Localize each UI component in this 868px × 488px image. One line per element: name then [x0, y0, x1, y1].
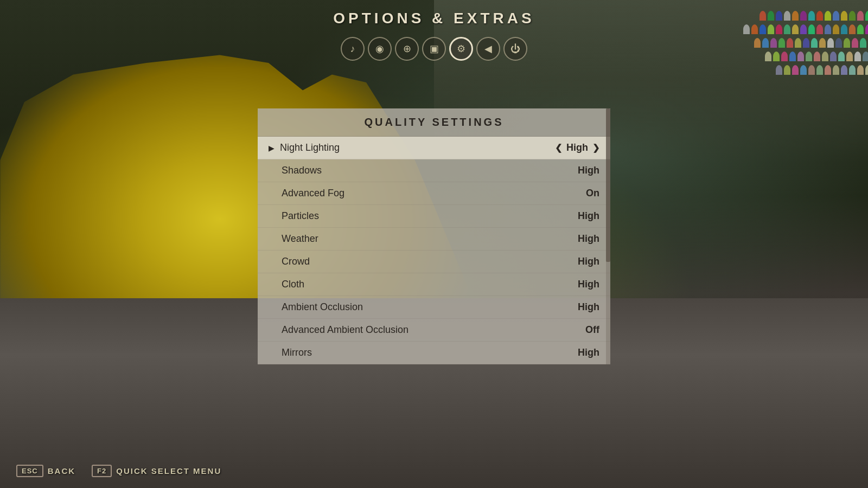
setting-name-label: Night Lighting	[280, 142, 555, 153]
value-arrow-left[interactable]: ❮	[555, 143, 562, 153]
active-indicator: ▶	[269, 144, 275, 152]
settings-list: ▶Night Lighting❮High❯ShadowsHighAdvanced…	[258, 137, 610, 364]
f2-key: F2	[92, 465, 112, 477]
setting-name-label: Advanced Fog	[282, 188, 586, 199]
setting-value-group: ❮High❯	[555, 142, 599, 153]
scrollbar[interactable]	[606, 108, 610, 364]
setting-value-group: High	[578, 233, 599, 245]
setting-value-text: High	[566, 142, 588, 153]
setting-item-ambient-occlusion[interactable]: Ambient OcclusionHigh	[258, 296, 610, 319]
quick-select-label: QUICK SELECT MENU	[116, 466, 221, 476]
setting-item-crowd[interactable]: CrowdHigh	[258, 251, 610, 273]
setting-item-cloth[interactable]: ClothHigh	[258, 273, 610, 296]
setting-name-label: Particles	[282, 210, 578, 222]
quick-select-button[interactable]: F2 QUICK SELECT MENU	[92, 465, 221, 477]
setting-name-label: Shadows	[282, 165, 578, 176]
bottom-bar: Esc BACK F2 QUICK SELECT MENU	[16, 465, 221, 477]
setting-item-advanced-ambient-occlusion[interactable]: Advanced Ambient OcclusionOff	[258, 319, 610, 342]
value-arrow-right[interactable]: ❯	[592, 143, 599, 153]
top-navigation: optIoNS & EXTRAS	[0, 0, 868, 35]
back-button[interactable]: Esc BACK	[16, 465, 75, 477]
setting-item-shadows[interactable]: ShadowsHigh	[258, 159, 610, 182]
setting-value-group: On	[586, 188, 599, 199]
back-label: BACK	[48, 466, 75, 476]
setting-value-group: Off	[585, 324, 599, 336]
setting-value-group: High	[578, 210, 599, 222]
page-title: optIoNS & EXTRAS	[333, 10, 534, 27]
setting-value-text: High	[578, 279, 599, 290]
setting-value-group: High	[578, 165, 599, 176]
esc-key: Esc	[16, 465, 43, 477]
setting-value-text: High	[578, 301, 599, 313]
setting-name-label: Weather	[282, 233, 578, 245]
setting-value-group: High	[578, 279, 599, 290]
panel-title: QUALITY SETTINGS	[258, 108, 610, 137]
setting-value-text: High	[578, 256, 599, 267]
setting-value-text: High	[578, 210, 599, 222]
setting-item-night-lighting[interactable]: ▶Night Lighting❮High❯	[258, 137, 610, 159]
setting-item-mirrors[interactable]: MirrorsHigh	[258, 342, 610, 364]
setting-value-text: On	[586, 188, 599, 199]
setting-name-label: Advanced Ambient Occlusion	[282, 324, 585, 336]
scrollbar-thumb[interactable]	[606, 108, 610, 262]
setting-value-text: High	[578, 233, 599, 245]
setting-name-label: Ambient Occlusion	[282, 301, 578, 313]
setting-value-group: High	[578, 301, 599, 313]
setting-item-advanced-fog[interactable]: Advanced FogOn	[258, 182, 610, 205]
setting-item-weather[interactable]: WeatherHigh	[258, 228, 610, 251]
setting-value-text: High	[578, 347, 599, 358]
setting-name-label: Cloth	[282, 279, 578, 290]
setting-name-label: Mirrors	[282, 347, 578, 358]
settings-panel: QUALITY SETTINGS ▶Night Lighting❮High❯Sh…	[258, 108, 610, 364]
setting-name-label: Crowd	[282, 256, 578, 267]
setting-value-text: High	[578, 165, 599, 176]
setting-value-text: Off	[585, 324, 599, 336]
setting-item-particles[interactable]: ParticlesHigh	[258, 205, 610, 228]
setting-value-group: High	[578, 347, 599, 358]
setting-value-group: High	[578, 256, 599, 267]
